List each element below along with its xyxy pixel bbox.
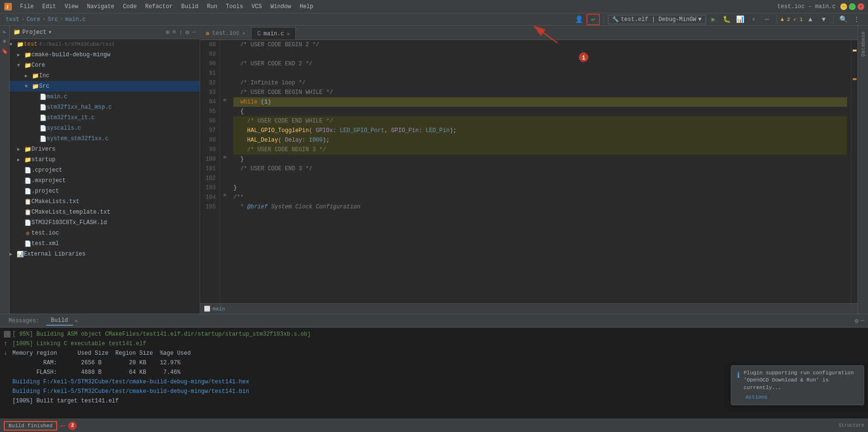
maximize-button[interactable]: □ xyxy=(849,3,856,10)
test-ioc-label: test.ioc xyxy=(31,230,59,237)
tree-ld[interactable]: ▶ 📄 STM32F103C8Tx_FLASH.ld xyxy=(10,217,200,228)
search-button[interactable]: 🔍 xyxy=(838,14,849,25)
tree-inc[interactable]: ▶ 📁 Inc xyxy=(10,71,200,81)
tab-mainc-close[interactable]: ✕ xyxy=(287,31,290,37)
close-button[interactable]: ✕ xyxy=(858,3,864,10)
tree-project[interactable]: ▶ 📄 .project xyxy=(10,186,200,196)
root-label: test xyxy=(24,41,38,48)
tree-startup[interactable]: ▶ 📁 startup xyxy=(10,154,200,165)
ext-libs-label: External Libraries xyxy=(24,251,86,257)
menu-vcs[interactable]: VCS xyxy=(248,2,266,11)
tree-drivers[interactable]: ▶ 📁 Drivers xyxy=(10,144,200,154)
collapse-all-icon[interactable]: ≡ xyxy=(172,29,176,36)
menu-window[interactable]: Window xyxy=(267,2,295,11)
breadcrumb-mainc[interactable]: main.c xyxy=(65,16,86,23)
it-label: stm32f1xx_it.c xyxy=(47,114,95,121)
user-icon[interactable]: 👤 xyxy=(573,14,585,25)
tab-test-ioc[interactable]: ⚙ test.ioc ✕ xyxy=(200,27,252,40)
build-stop-icon[interactable] xyxy=(4,331,10,338)
breadcrumb-src[interactable]: Src xyxy=(48,16,58,23)
tab-build-close[interactable]: ✕ xyxy=(75,318,78,324)
tree-test-xml[interactable]: ▶ 📄 test.xml xyxy=(10,238,200,249)
window-controls: ─ □ ✕ xyxy=(840,3,864,10)
run-button[interactable]: ▶ xyxy=(708,14,719,25)
tree-hal-msp[interactable]: ▶ 📄 stm32f1xx_hal_msp.c xyxy=(10,102,200,113)
expand-all-icon[interactable]: ↕ xyxy=(179,29,183,36)
tree-root[interactable]: ▼ 📁 test F:/keil-5/STM32Cube/test xyxy=(10,39,200,50)
tab-messages[interactable]: Messages: xyxy=(4,317,44,325)
svg-text:J: J xyxy=(6,5,9,10)
code-editor[interactable]: 8889909192 9394959697 9899100101102 1031… xyxy=(200,40,858,303)
tree-actions: ⊕ ≡ ↕ ⚙ ─ xyxy=(166,29,196,36)
tree-src[interactable]: ▼ 📁 Src xyxy=(10,81,200,92)
tab-ioc-close[interactable]: ✕ xyxy=(242,31,245,36)
tree-core[interactable]: ▼ 📁 Core xyxy=(10,60,200,71)
breadcrumb-test[interactable]: test xyxy=(6,16,20,23)
tab-build[interactable]: Build xyxy=(46,316,73,326)
structure-icon[interactable]: ≡ xyxy=(0,37,9,46)
root-path: F:/keil-5/STM32Cube/test xyxy=(40,41,115,47)
panel-settings-icon[interactable]: ⚙ xyxy=(855,317,858,325)
databases-tab[interactable]: Database xyxy=(860,28,866,61)
scroll-down-button[interactable]: ▼ xyxy=(818,14,829,25)
tree-system[interactable]: ▶ 📄 system_stm32f1xx.c xyxy=(10,134,200,144)
code-line-88: /* USER CODE BEGIN 2 */ xyxy=(233,40,847,50)
tree-cmake[interactable]: ▶ 📁 cmake-build-debug-mingw xyxy=(10,50,200,60)
core-label: Core xyxy=(31,62,45,69)
system-label: system_stm32f1xx.c xyxy=(47,135,109,142)
coverage-button[interactable]: 📊 xyxy=(735,14,746,25)
menu-navigate[interactable]: Navigate xyxy=(83,2,118,11)
editor-area: ⚙ test.ioc ✕ C main.c ✕ 8889909192 93949… xyxy=(200,26,858,314)
menu-file[interactable]: File xyxy=(16,2,38,11)
tree-main-c[interactable]: ▶ 📄 main.c xyxy=(10,92,200,102)
tree-syscalls[interactable]: ▶ 📄 syscalls.c xyxy=(10,123,200,134)
menu-code[interactable]: Code xyxy=(119,2,141,11)
minimize-button[interactable]: ─ xyxy=(840,3,847,10)
menubar: J File Edit View Navigate Code Refactor … xyxy=(0,0,868,13)
notification-content: Plugin supporting run configuration'Open… xyxy=(744,370,858,401)
menu-tools[interactable]: Tools xyxy=(222,2,247,11)
run-config-icon: 🔧 xyxy=(612,16,619,22)
build-line-5: FLASH: 4888 B 64 KB 7.46% xyxy=(12,368,181,377)
tree-it[interactable]: ▶ 📄 stm32f1xx_it.c xyxy=(10,113,200,123)
actions-link[interactable]: Actions xyxy=(744,393,769,401)
code-line-103: } xyxy=(233,183,847,193)
menu-view[interactable]: View xyxy=(61,2,82,11)
project-dropdown[interactable]: ▾ xyxy=(48,29,51,36)
menu-build[interactable]: Build xyxy=(177,2,202,11)
debug-button[interactable]: 🐛 xyxy=(721,14,733,25)
code-content[interactable]: /* USER CODE BEGIN 2 */ /* USER CODE END… xyxy=(230,40,851,303)
menu-run[interactable]: Run xyxy=(203,2,221,11)
profile-button[interactable]: ⚡ xyxy=(748,14,759,25)
more-run-button[interactable]: ⋯ xyxy=(761,14,773,25)
tree-cmake-template[interactable]: ▶ 📋 CMakeLists_template.txt xyxy=(10,207,200,217)
code-line-105: * @brief System Clock Configuration xyxy=(233,202,847,212)
settings-icon[interactable]: ⚙ xyxy=(185,29,189,36)
scroll-up-button[interactable]: ▲ xyxy=(805,14,816,25)
menu-refactor[interactable]: Refactor xyxy=(141,2,177,11)
code-line-91 xyxy=(233,69,847,78)
build-scroll-dn[interactable]: ↓ xyxy=(4,350,10,357)
bookmarks-icon[interactable]: 🔖 xyxy=(0,47,9,55)
build-scroll-up[interactable]: ↑ xyxy=(4,340,10,347)
sync-icon[interactable]: ⊕ xyxy=(166,29,170,36)
build-line-8: [100%] Built target test141.elf xyxy=(12,396,119,406)
right-gutter[interactable] xyxy=(851,40,858,303)
tree-test-ioc[interactable]: ▶ ⚙ test.ioc xyxy=(10,228,200,238)
build-line-7: Building F:/keil-5/STM32Cube/test/cmake-… xyxy=(12,387,249,396)
tree-mxproject[interactable]: ▶ 📄 .mxproject xyxy=(10,175,200,186)
breadcrumb-core[interactable]: Core xyxy=(27,16,40,23)
tree-cmake-lists[interactable]: ▶ 📋 CMakeLists.txt xyxy=(10,196,200,207)
build-line-2: [100%] Linking C executable test141.elf xyxy=(12,339,146,349)
run-config-selector[interactable]: 🔧 test.elf | Debug-MinGW ▼ xyxy=(608,15,706,24)
menu-help[interactable]: Help xyxy=(296,2,317,11)
project-sidebar-icon[interactable]: P xyxy=(0,28,9,36)
more-button[interactable]: ⋮ xyxy=(851,14,862,25)
back-button[interactable]: ↩ xyxy=(586,14,600,25)
panel-close-icon[interactable]: ─ xyxy=(860,317,864,324)
tab-main-c[interactable]: C main.c ✕ xyxy=(252,27,296,40)
menu-edit[interactable]: Edit xyxy=(39,2,60,11)
tree-ext-libs[interactable]: ▶ 📊 External Libraries xyxy=(10,249,200,259)
cmake-label: cmake-build-debug-mingw xyxy=(31,51,111,58)
tree-cproject[interactable]: ▶ 📄 .cproject xyxy=(10,165,200,175)
